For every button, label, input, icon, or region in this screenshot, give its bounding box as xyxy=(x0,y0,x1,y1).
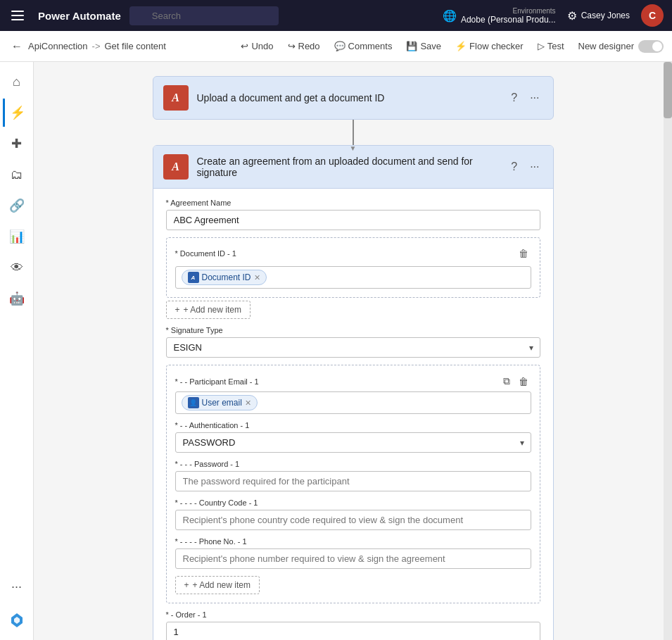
signature-type-field: * Signature Type ESIGN WRITTEN ▾ xyxy=(166,326,540,358)
country-code-label: * - - - - Country Code - 1 xyxy=(175,498,531,507)
comment-icon: 💬 xyxy=(334,41,345,51)
flow-node-1-help[interactable]: ? xyxy=(507,90,521,106)
top-nav: Power Automate 🔍 🌐 Environments Adobe (P… xyxy=(0,0,672,31)
canvas-area[interactable]: A Upload a document and get a document I… xyxy=(34,62,672,640)
sidebar-item-home[interactable]: ⌂ xyxy=(3,68,31,96)
user-name: Casey Jones xyxy=(581,11,630,20)
env-details: Environments Adobe (Personal Produ... xyxy=(461,7,556,25)
undo-icon: ↩ xyxy=(241,41,248,51)
sidebar-item-create[interactable]: ✚ xyxy=(3,130,31,158)
signature-type-select[interactable]: ESIGN WRITTEN xyxy=(166,337,540,358)
sidebar-item-monitor[interactable]: 👁 xyxy=(3,253,31,282)
redo-button[interactable]: ↪ Redo xyxy=(282,38,326,54)
participant-block: * - - Participant Email - 1 ⧉ 🗑 xyxy=(166,365,540,603)
sidebar-item-data[interactable]: 📊 xyxy=(3,222,31,251)
sidebar-item-more[interactable]: ··· xyxy=(3,572,31,601)
agreement-name-label: * Agreement Name xyxy=(166,199,540,207)
sidebar-item-connectors[interactable]: 🔗 xyxy=(3,192,31,220)
new-designer-toggle[interactable] xyxy=(638,40,664,53)
undo-button[interactable]: ↩ Undo xyxy=(235,38,279,54)
flow-icon: ⚡ xyxy=(455,41,467,51)
order-label: * - Order - 1 xyxy=(166,610,540,619)
flow-node-upload: A Upload a document and get a document I… xyxy=(153,76,554,120)
signature-type-select-wrap: ESIGN WRITTEN ▾ xyxy=(166,337,540,358)
document-id-add-btn[interactable]: + + Add new item xyxy=(166,301,251,319)
document-id-delete[interactable]: 🗑 xyxy=(516,246,531,261)
main-layout: ⌂ ⚡ ✚ 🗂 🔗 📊 👁 🤖 ··· A Upload a document … xyxy=(0,62,672,640)
breadcrumb-part2: Get file content xyxy=(104,41,165,51)
avatar[interactable]: C xyxy=(641,4,664,27)
agreement-name-input[interactable] xyxy=(166,210,540,230)
new-designer-label: New designer xyxy=(578,41,635,51)
document-id-block: * Document ID - 1 🗑 A Document ID xyxy=(166,237,540,298)
user-icon: 👤 xyxy=(188,397,199,408)
phone-no-input[interactable] xyxy=(175,548,531,569)
search-input[interactable] xyxy=(129,6,279,25)
settings-button[interactable]: ⚙ Casey Jones xyxy=(567,9,630,23)
flow-node-2-actions: ? ··· xyxy=(507,159,543,175)
participant-email-tag-text: User email xyxy=(202,398,242,408)
flow-node-1-more[interactable]: ··· xyxy=(526,90,543,106)
authentication-select[interactable]: NONE PASSWORD PHONE KBA xyxy=(175,432,531,453)
country-code-field: * - - - - Country Code - 1 xyxy=(175,498,531,530)
password-label: * - - - Password - 1 xyxy=(175,460,531,468)
acrobat-icon-2: A xyxy=(163,154,189,180)
country-code-input[interactable] xyxy=(175,510,531,530)
agreement-name-field: * Agreement Name xyxy=(166,199,540,230)
participant-email-field: * - - Participant Email - 1 ⧉ 🗑 xyxy=(175,374,531,414)
breadcrumb-arrow: -> xyxy=(92,41,101,51)
test-button[interactable]: ▷ Test xyxy=(532,38,570,54)
phone-no-label: * - - - - Phone No. - 1 xyxy=(175,537,531,546)
document-id-tag-text: Document ID xyxy=(202,272,251,282)
app-logo: Power Automate xyxy=(38,10,121,22)
scrollbar-thumb[interactable] xyxy=(664,62,672,118)
order-input[interactable] xyxy=(166,622,540,640)
order-field: * - Order - 1 xyxy=(166,610,540,640)
document-id-tag-remove[interactable]: ✕ xyxy=(254,273,260,282)
topnav-right: 🌐 Environments Adobe (Personal Produ... … xyxy=(443,4,664,27)
document-id-tag-input[interactable]: A Document ID ✕ xyxy=(175,266,531,289)
gear-icon: ⚙ xyxy=(567,9,577,23)
document-id-group: * Document ID - 1 🗑 A Document ID xyxy=(166,237,540,319)
participant-email-tag: 👤 User email ✕ xyxy=(182,395,258,410)
test-icon: ▷ xyxy=(538,41,545,51)
flow-checker-button[interactable]: ⚡ Flow checker xyxy=(450,38,529,54)
breadcrumb: ApiConnection -> Get file content xyxy=(28,41,166,51)
signature-type-label: * Signature Type xyxy=(166,326,540,334)
document-icon: A xyxy=(188,272,199,283)
add-icon-doc: + xyxy=(175,305,180,315)
action-block-header: A Create an agreement from an uploaded d… xyxy=(153,146,553,189)
participant-email-tag-input[interactable]: 👤 User email ✕ xyxy=(175,391,531,414)
sidebar-item-pa-logo[interactable] xyxy=(3,606,31,634)
sidebar-item-flows[interactable]: ⚡ xyxy=(3,99,31,127)
participant-email-tag-remove[interactable]: ✕ xyxy=(245,399,251,408)
flow-node-1-title: Upload a document and get a document ID xyxy=(197,92,500,103)
add-icon-participant: + xyxy=(184,580,189,590)
participant-block-actions: ⧉ 🗑 xyxy=(500,374,531,389)
redo-icon: ↪ xyxy=(288,41,296,51)
search-bar[interactable]: 🔍 xyxy=(129,6,355,25)
password-input[interactable] xyxy=(175,471,531,491)
document-id-tag: A Document ID ✕ xyxy=(182,270,267,285)
sidebar-item-templates[interactable]: 🗂 xyxy=(3,161,31,189)
hamburger-menu[interactable] xyxy=(8,8,27,23)
canvas-inner: A Upload a document and get a document I… xyxy=(34,62,672,640)
participant-email-label: * - - Participant Email - 1 xyxy=(175,377,259,386)
participant-add-btn[interactable]: + + Add new item xyxy=(175,576,260,594)
toolbar: ← ApiConnection -> Get file content ↩ Un… xyxy=(0,31,672,62)
participant-delete-btn[interactable]: 🗑 xyxy=(516,374,531,389)
breadcrumb-part1: ApiConnection xyxy=(28,41,88,51)
connector-arrow-1 xyxy=(353,120,354,145)
authentication-field: * - - Authentication - 1 NONE PASSWORD P… xyxy=(175,421,531,453)
flow-node-2-more[interactable]: ··· xyxy=(526,159,543,175)
back-button[interactable]: ← xyxy=(8,37,25,56)
password-field: * - - - Password - 1 xyxy=(175,460,531,491)
flow-node-1-actions: ? ··· xyxy=(507,90,543,106)
comments-button[interactable]: 💬 Comments xyxy=(329,38,398,54)
sidebar-item-ai[interactable]: 🤖 xyxy=(3,284,31,313)
save-button[interactable]: 💾 Save xyxy=(400,38,447,54)
participant-copy-btn[interactable]: ⧉ xyxy=(500,374,513,389)
flow-node-2-help[interactable]: ? xyxy=(507,159,521,175)
action-block-body: * Agreement Name * Document ID - 1 🗑 xyxy=(153,189,553,640)
authentication-label: * - - Authentication - 1 xyxy=(175,421,531,429)
